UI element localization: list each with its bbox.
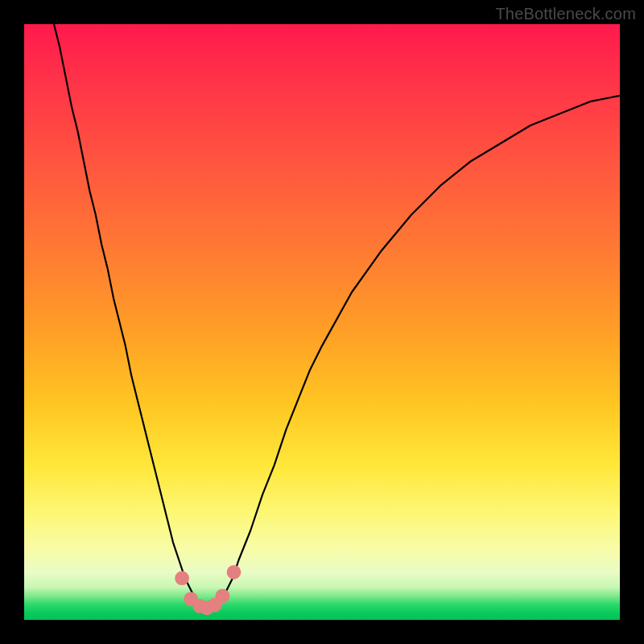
chart-frame: TheBottleneck.com <box>0 0 644 644</box>
chart-overlay-svg <box>24 24 620 620</box>
bottleneck-curve <box>54 24 620 608</box>
data-marker <box>227 565 242 580</box>
watermark-text: TheBottleneck.com <box>495 5 636 23</box>
data-markers <box>175 565 241 615</box>
data-marker <box>216 589 230 604</box>
data-marker <box>175 571 189 585</box>
plot-area <box>24 24 620 620</box>
